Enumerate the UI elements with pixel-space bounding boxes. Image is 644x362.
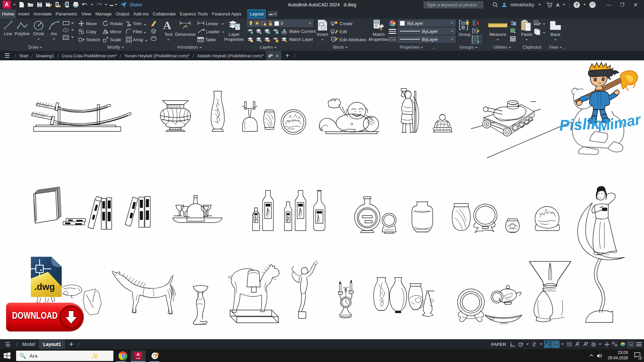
svg-text:.dwg: .dwg bbox=[34, 282, 55, 292]
svg-text:CAD: CAD bbox=[136, 357, 141, 359]
svg-text:Pislik: Pislik bbox=[559, 115, 601, 134]
svg-text:A: A bbox=[137, 352, 140, 357]
